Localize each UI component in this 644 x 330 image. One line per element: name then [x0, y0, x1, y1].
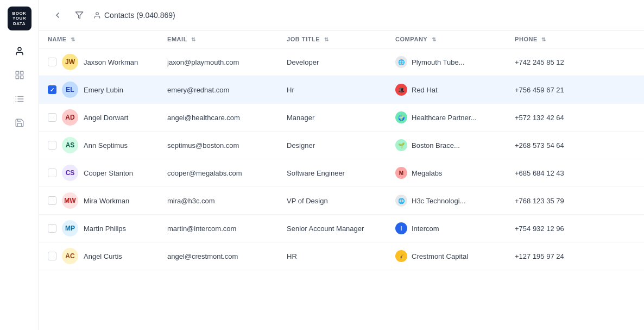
company-name: Plymouth Tube...: [412, 58, 465, 66]
avatar: JW: [62, 54, 78, 70]
svg-rect-4: [20, 76, 23, 79]
col-header-name[interactable]: NAME ⇅: [39, 30, 159, 48]
contact-name: Jaxson Workman: [84, 58, 138, 66]
table-row[interactable]: CS Cooper Stanton cooper@megalabs.com So…: [39, 159, 644, 187]
job-title-cell: Senior Account Manager: [278, 215, 387, 242]
company-name: Megalabs: [412, 169, 442, 177]
email-cell: angel@crestmont.com: [159, 242, 278, 270]
sidebar-icon-contacts[interactable]: [10, 41, 29, 61]
company-name: Crestmont Capital: [412, 252, 468, 260]
contact-name: Cooper Stanton: [84, 169, 133, 177]
table-row[interactable]: EL Emery Lubin emery@redhat.com Hr 🎩 Red…: [39, 76, 644, 104]
company-logo: 🌱: [395, 139, 407, 151]
company-name: H3c Technologi...: [412, 197, 466, 205]
row-checkbox[interactable]: [48, 196, 56, 205]
email-cell: jaxon@playmouth.com: [159, 48, 278, 76]
contacts-table: NAME ⇅ EMAIL ⇅ JOB TITLE ⇅ COMPANY ⇅: [39, 30, 644, 270]
contact-name: Ann Septimus: [84, 141, 128, 150]
phone-cell: +768 123 35 79: [506, 187, 644, 215]
logo[interactable]: BOOKYOURDATA: [8, 7, 31, 30]
table-header-row: NAME ⇅ EMAIL ⇅ JOB TITLE ⇅ COMPANY ⇅: [39, 30, 644, 48]
contacts-header-icon: [93, 11, 101, 19]
phone-sort-icon: ⇅: [541, 36, 546, 42]
company-sort-icon: ⇅: [432, 36, 437, 42]
name-cell: AS Ann Septimus: [39, 132, 159, 159]
main-content: Contacts (9.040.869) NAME ⇅ EMAIL ⇅ JOB …: [39, 0, 644, 330]
svg-point-0: [18, 47, 21, 51]
col-header-email[interactable]: EMAIL ⇅: [159, 30, 278, 48]
table-row[interactable]: MP Martin Philips martin@intercom.com Se…: [39, 215, 644, 242]
sidebar-icon-save[interactable]: [10, 113, 29, 133]
contacts-title: Contacts (9.040.869): [93, 11, 175, 20]
row-checkbox[interactable]: [48, 224, 56, 233]
contact-name: Angel Curtis: [84, 252, 122, 260]
company-cell: I Intercom: [387, 215, 506, 242]
name-sort-icon: ⇅: [71, 36, 75, 42]
table-row[interactable]: AS Ann Septimus septimus@boston.com Desi…: [39, 132, 644, 159]
col-header-company[interactable]: COMPANY ⇅: [387, 30, 506, 48]
avatar: MP: [62, 220, 78, 236]
email-cell: septimus@boston.com: [159, 132, 278, 159]
avatar: AS: [62, 137, 78, 153]
topbar: Contacts (9.040.869): [39, 0, 644, 30]
job-title-cell: HR: [278, 242, 387, 270]
email-cell: angel@healthcare.com: [159, 104, 278, 132]
company-logo: 🌍: [395, 111, 407, 123]
row-checkbox[interactable]: [48, 58, 56, 66]
avatar: AD: [62, 109, 78, 126]
col-header-phone[interactable]: PHONE ⇅: [506, 30, 644, 48]
job-title-cell: Designer: [278, 132, 387, 159]
svg-rect-3: [16, 76, 18, 79]
phone-cell: +572 132 42 64: [506, 104, 644, 132]
company-cell: M Megalabs: [387, 159, 506, 187]
email-cell: mira@h3c.com: [159, 187, 278, 215]
phone-cell: +685 684 12 43: [506, 159, 644, 187]
avatar: MW: [62, 192, 78, 209]
company-cell: 💰 Crestmont Capital: [387, 242, 506, 270]
sidebar: BOOKYOURDATA: [0, 0, 39, 330]
table-container: NAME ⇅ EMAIL ⇅ JOB TITLE ⇅ COMPANY ⇅: [39, 30, 644, 330]
company-logo: 🌐: [395, 195, 407, 207]
name-cell: MW Mira Workman: [39, 187, 159, 215]
contact-name: Martin Philips: [84, 225, 126, 233]
avatar: EL: [62, 82, 78, 98]
name-cell: AC Angel Curtis: [39, 242, 159, 270]
phone-cell: +742 245 85 12: [506, 48, 644, 76]
contacts-count-label: Contacts (9.040.869): [104, 11, 175, 20]
company-logo: I: [395, 222, 407, 234]
row-checkbox[interactable]: [48, 169, 56, 177]
table-body: JW Jaxson Workman jaxon@playmouth.com De…: [39, 48, 644, 270]
row-checkbox[interactable]: [48, 252, 56, 260]
company-name: Healthcare Partner...: [412, 114, 476, 122]
company-logo: M: [395, 167, 407, 179]
email-cell: cooper@megalabs.com: [159, 159, 278, 187]
name-cell: EL Emery Lubin: [39, 76, 159, 104]
company-logo: 🌐: [395, 56, 407, 68]
table-row[interactable]: AC Angel Curtis angel@crestmont.com HR 💰…: [39, 242, 644, 270]
company-cell: 🌐 Plymouth Tube...: [387, 48, 506, 76]
phone-cell: +127 195 97 24: [506, 242, 644, 270]
table-row[interactable]: JW Jaxson Workman jaxon@playmouth.com De…: [39, 48, 644, 76]
svg-point-12: [96, 12, 99, 15]
row-checkbox[interactable]: [48, 141, 56, 150]
row-checkbox[interactable]: [48, 85, 56, 94]
phone-cell: +268 573 54 64: [506, 132, 644, 159]
table-row[interactable]: AD Angel Dorwart angel@healthcare.com Ma…: [39, 104, 644, 132]
filter-button[interactable]: [72, 8, 87, 23]
svg-rect-2: [20, 71, 23, 74]
company-cell: 🌐 H3c Technologi...: [387, 187, 506, 215]
avatar: CS: [62, 165, 78, 181]
back-button[interactable]: [50, 8, 65, 23]
sidebar-icon-grid[interactable]: [10, 65, 29, 85]
name-cell: JW Jaxson Workman: [39, 48, 159, 76]
table-row[interactable]: MW Mira Workman mira@h3c.com VP of Desig…: [39, 187, 644, 215]
col-header-job[interactable]: JOB TITLE ⇅: [278, 30, 387, 48]
sidebar-icon-list[interactable]: [10, 89, 29, 109]
contact-name: Mira Workman: [84, 197, 129, 205]
job-title-cell: VP of Design: [278, 187, 387, 215]
row-checkbox[interactable]: [48, 113, 56, 122]
job-title-cell: Software Engineer: [278, 159, 387, 187]
svg-marker-11: [75, 12, 83, 18]
name-cell: CS Cooper Stanton: [39, 159, 159, 187]
name-cell: MP Martin Philips: [39, 215, 159, 242]
